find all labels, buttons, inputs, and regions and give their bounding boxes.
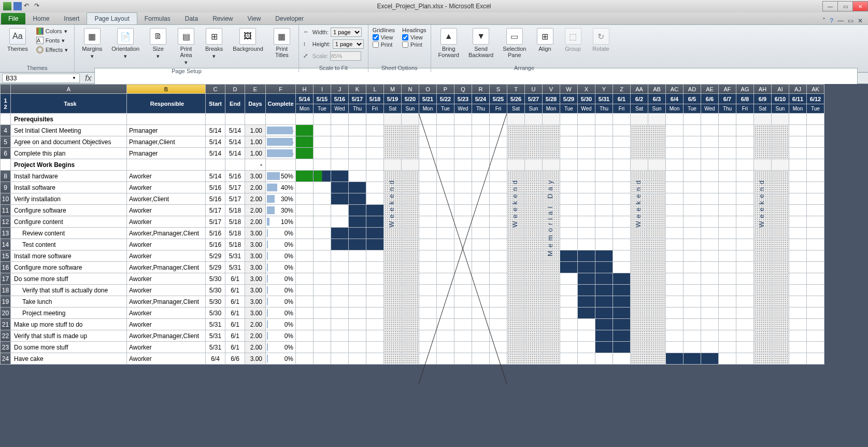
column-header[interactable]: D (225, 85, 245, 94)
column-header[interactable]: AF (719, 85, 736, 94)
table-row[interactable]: 13Review contentAworker,Pmanager,Client5… (1, 228, 824, 239)
column-header[interactable]: M (384, 85, 402, 94)
column-header[interactable]: AD (684, 85, 701, 94)
height-select[interactable]: 1 page (333, 39, 364, 49)
column-header[interactable]: K (349, 85, 366, 94)
minimize-ribbon-icon[interactable]: ˄ (822, 17, 826, 24)
table-row[interactable]: 18Verify that stuff is actually doneAwor… (1, 285, 824, 296)
bring-forward-button[interactable]: ▲Bring Forward (435, 27, 462, 59)
column-header[interactable]: N (402, 85, 419, 94)
table-row[interactable]: 23Do some more stuffAworker5/316/12.000% (1, 342, 824, 353)
column-header[interactable]: AB (648, 85, 666, 94)
breaks-button[interactable]: ⊞Breaks▾ (202, 27, 226, 61)
window-min-icon[interactable]: — (837, 17, 844, 24)
table-row[interactable]: 5Agree on and document ObjectivesPmanage… (1, 136, 824, 148)
close-button[interactable]: ✕ (852, 1, 868, 11)
column-header[interactable]: W (560, 85, 578, 94)
save-icon[interactable] (13, 2, 22, 10)
column-header[interactable]: I (314, 85, 331, 94)
column-header[interactable]: H (296, 85, 314, 94)
tab-file[interactable]: File (1, 13, 25, 24)
headings-print-check[interactable]: Print (402, 41, 426, 48)
table-row[interactable]: 14Test contentAworker5/165/183.000% (1, 239, 824, 250)
window-close-icon[interactable]: ✕ (858, 17, 863, 24)
rotate-button[interactable]: ↻Rotate (589, 27, 614, 53)
column-header[interactable]: X (578, 85, 595, 94)
column-header[interactable]: Y (595, 85, 613, 94)
fx-icon[interactable]: fx (82, 74, 94, 83)
column-header[interactable]: AK (807, 85, 824, 94)
column-header[interactable]: R (472, 85, 490, 94)
group-button[interactable]: ⬚Group (561, 27, 586, 53)
effects-button[interactable]: Effects ▾ (34, 46, 70, 54)
column-header[interactable]: AC (666, 85, 684, 94)
column-header[interactable]: B (127, 85, 206, 94)
colors-button[interactable]: Colors ▾ (34, 27, 70, 35)
margins-button[interactable]: ▦Margins▾ (79, 27, 105, 61)
headings-view-check[interactable]: View (402, 34, 426, 40)
column-header[interactable]: AH (754, 85, 772, 94)
worksheet[interactable]: ABCDEFHIJKLMNOPQRSTUVWXYZAAABACADAEAFAGA… (0, 84, 868, 365)
table-row[interactable]: 15Install more softwareAworker5/295/313.… (1, 250, 824, 262)
column-header[interactable]: AG (736, 85, 754, 94)
width-select[interactable]: 1 page (331, 27, 362, 37)
column-header[interactable]: P (437, 85, 454, 94)
column-header[interactable]: J (331, 85, 349, 94)
themes-button[interactable]: Aa Themes (4, 27, 31, 53)
gridlines-print-check[interactable]: Print (373, 41, 395, 48)
size-button[interactable]: 🗎Size▾ (146, 27, 170, 61)
table-row[interactable]: 11Configure softwareAworker5/175/182.003… (1, 205, 824, 216)
minimize-button[interactable]: — (822, 1, 838, 11)
column-header[interactable]: V (543, 85, 560, 94)
window-restore-icon[interactable]: ▭ (848, 17, 853, 24)
table-row[interactable]: 17Do some more stuffAworker5/306/13.000% (1, 273, 824, 285)
column-header[interactable]: Q (454, 85, 472, 94)
selection-pane-button[interactable]: ▭Selection Pane (500, 27, 529, 59)
tab-insert[interactable]: Insert (56, 13, 87, 24)
table-row[interactable]: 19Take lunchAworker,Pmanager,Client5/306… (1, 296, 824, 308)
column-header[interactable]: U (525, 85, 543, 94)
redo-icon[interactable]: ↷ (34, 2, 42, 10)
column-header[interactable]: E (245, 85, 266, 94)
table-row[interactable]: 3Prerequisites (1, 114, 824, 125)
table-row[interactable]: 7Project Work Begins- (1, 159, 824, 171)
column-header[interactable]: AA (631, 85, 648, 94)
tab-formulas[interactable]: Formulas (137, 13, 178, 24)
table-row[interactable]: 22Verify that stuff is made upAworker,Pm… (1, 330, 824, 342)
column-header[interactable]: AI (772, 85, 789, 94)
column-header[interactable]: AE (701, 85, 719, 94)
tab-review[interactable]: Review (205, 13, 240, 24)
print-area-button[interactable]: ▤Print Area▾ (174, 27, 198, 67)
send-backward-button[interactable]: ▼Send Backward (465, 27, 496, 59)
table-row[interactable]: 16Configure more softwareAworker,Pmanage… (1, 262, 824, 273)
table-row[interactable]: 21Make up more stuff to doAworker5/316/1… (1, 319, 824, 330)
column-header[interactable]: A (11, 85, 127, 94)
fonts-button[interactable]: AFonts ▾ (34, 36, 70, 45)
name-box[interactable]: B33▼ (2, 74, 80, 83)
table-row[interactable]: 6Complete this planPmanager5/145/141.001… (1, 148, 824, 159)
table-row[interactable]: 8Install hardwareAworker5/145/163.0050% (1, 171, 824, 182)
help-icon[interactable]: ? (830, 17, 833, 24)
table-row[interactable]: 20Project meetingAworker5/306/13.000% (1, 308, 824, 319)
column-header[interactable]: C (206, 85, 225, 94)
column-header[interactable]: Z (613, 85, 631, 94)
align-button[interactable]: ⊞Align (533, 27, 558, 53)
table-row[interactable]: 24Have cakeAworker6/46/63.000% (1, 353, 824, 365)
table-row[interactable]: 9Install softwareAworker5/165/172.0040% (1, 182, 824, 193)
print-titles-button[interactable]: ▦Print Titles (269, 27, 294, 59)
tab-data[interactable]: Data (178, 13, 205, 24)
column-header[interactable]: T (507, 85, 525, 94)
column-header[interactable]: AJ (789, 85, 807, 94)
column-header[interactable]: F (266, 85, 296, 94)
table-row[interactable]: 10Verify installationAworker,Client5/165… (1, 193, 824, 205)
orientation-button[interactable]: 📄Orientation▾ (108, 27, 143, 61)
undo-icon[interactable]: ↶ (24, 2, 32, 10)
gridlines-view-check[interactable]: View (373, 34, 395, 40)
tab-page-layout[interactable]: Page Layout (87, 12, 137, 24)
tab-view[interactable]: View (240, 13, 268, 24)
table-row[interactable]: 12Configure contentAworker5/175/182.0010… (1, 216, 824, 228)
column-header[interactable]: O (419, 85, 437, 94)
tab-home[interactable]: Home (25, 13, 56, 24)
column-header[interactable]: S (490, 85, 507, 94)
table-row[interactable]: 4Set Initial Client MeetingPmanager5/145… (1, 125, 824, 136)
